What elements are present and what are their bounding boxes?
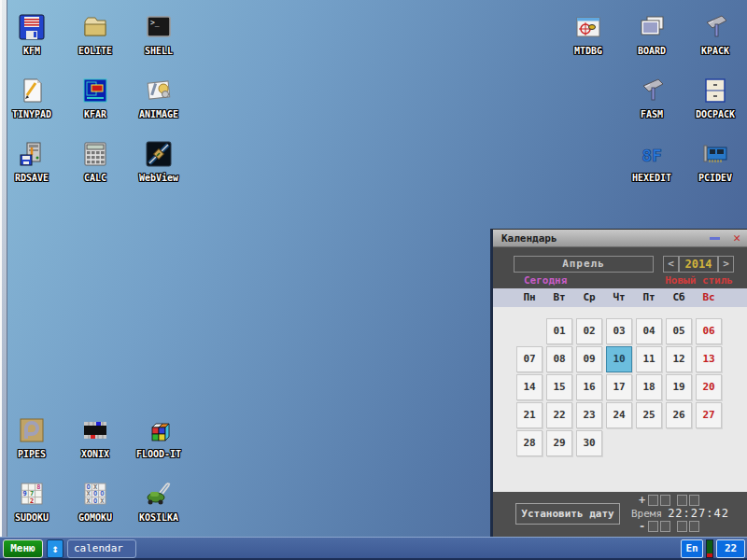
hour-down-button[interactable] (648, 521, 658, 532)
day-19[interactable]: 19 (666, 374, 692, 400)
day-20[interactable]: 20 (696, 374, 722, 400)
day-11[interactable]: 11 (636, 346, 662, 372)
menu-button[interactable]: Меню (3, 539, 43, 558)
notepad-pencil-icon (18, 77, 46, 105)
desktop-icon-calc[interactable]: CALC (63, 133, 127, 194)
day-24[interactable]: 24 (606, 402, 632, 428)
pci-card-icon (701, 140, 729, 168)
day-12[interactable]: 12 (666, 346, 692, 372)
day-22[interactable]: 22 (546, 402, 572, 428)
weekday-7: Вс (696, 291, 722, 303)
time-increment-row: + (631, 494, 747, 507)
file-manager-icon (81, 77, 109, 105)
day-30[interactable]: 30 (576, 430, 602, 456)
weekday-header: ПнВтСрЧтПтСбВс (493, 288, 747, 307)
day-18[interactable]: 18 (636, 374, 662, 400)
desktop-icon-kfar[interactable]: KFAR (63, 69, 127, 131)
desktop-icon-label: KFM (0, 46, 63, 56)
keyboard-layout-button[interactable]: En (681, 539, 703, 558)
hour-up-button[interactable] (648, 495, 658, 506)
day-14[interactable]: 14 (516, 374, 543, 400)
taskbar-task-calendar[interactable]: calendar (67, 539, 136, 558)
set-date-button[interactable]: Установить дату (515, 503, 620, 525)
desktop-icon-shell[interactable]: >_SHELL (127, 6, 190, 67)
year-next-button[interactable]: > (718, 256, 734, 273)
desktop-icon-docpack[interactable]: DOCPACK (684, 69, 747, 131)
day-29[interactable]: 29 (546, 430, 572, 456)
minimize-icon[interactable] (710, 237, 720, 240)
day-04[interactable]: 04 (636, 318, 662, 344)
desktop-icon-animage[interactable]: ANIMAGE (127, 69, 190, 131)
time-value: 22:27:42 (668, 507, 729, 520)
weekday-6: Сб (666, 291, 692, 303)
day-27[interactable]: 27 (696, 402, 722, 428)
desktop-icon-eolite[interactable]: EOLITE (63, 6, 127, 67)
paint-icon (145, 77, 173, 105)
desktop-icon-label: BOARD (620, 46, 684, 56)
cpu-usage-indicator[interactable] (706, 539, 713, 558)
minute-up-button[interactable] (677, 495, 687, 506)
calendar-titlebar[interactable]: Календарь ✕ (493, 230, 747, 247)
minute-down-spinners (677, 521, 701, 532)
hour-up-button-2[interactable] (660, 495, 670, 506)
desktop-icon-label: MTDBG (557, 46, 620, 56)
weekday-5: Пт (636, 291, 662, 303)
desktop-icon-kosilka[interactable]: KOSILKA (127, 472, 190, 534)
day-06[interactable]: 06 (696, 318, 722, 344)
desktop-icon-hexedit[interactable]: 8FHEXEDIT (620, 133, 684, 194)
today-link[interactable]: Сегодня (524, 274, 567, 287)
windows-icon (638, 13, 666, 41)
time-cluster: + Время 22:27:42 - (631, 494, 747, 533)
window-title: Календарь (501, 232, 557, 245)
desktop-icon-rdsave[interactable]: RDSAVE (0, 133, 63, 194)
day-08[interactable]: 08 (546, 346, 572, 372)
day-26[interactable]: 26 (666, 402, 692, 428)
desktop-icon-xonix[interactable]: XONIX (63, 409, 127, 470)
minimize-all-icon[interactable]: ↕ (47, 539, 63, 558)
day-07[interactable]: 07 (516, 346, 543, 372)
day-21[interactable]: 21 (516, 402, 543, 428)
desktop-icon-pipes[interactable]: PIPES (0, 409, 63, 470)
day-16[interactable]: 16 (576, 374, 602, 400)
desktop-icon-tinypad[interactable]: TINYPAD (0, 69, 63, 131)
day-15[interactable]: 15 (546, 374, 572, 400)
desktop-icon-pcidev[interactable]: PCIDEV (684, 133, 747, 194)
desktop-icon-sudoku[interactable]: 8972SUDOKU (0, 472, 63, 534)
year-prev-button[interactable]: < (663, 256, 679, 273)
day-05[interactable]: 05 (666, 318, 692, 344)
day-01[interactable]: 01 (546, 318, 572, 344)
desktop-icon-gomoku[interactable]: OXXOOXOXGOMOKU (63, 472, 127, 534)
desktop-icon-label: RDSAVE (0, 173, 63, 183)
taskbar-clock[interactable]: 22 27 (716, 539, 745, 558)
day-13[interactable]: 13 (696, 346, 722, 372)
folder-icon (81, 13, 109, 41)
day-23[interactable]: 23 (576, 402, 602, 428)
day-03[interactable]: 03 (606, 318, 632, 344)
minute-down-button-2[interactable] (689, 521, 699, 532)
hour-down-spinners (648, 521, 672, 532)
hour-down-button-2[interactable] (660, 521, 670, 532)
hammer-icon (701, 13, 729, 41)
debugger-icon (574, 13, 602, 41)
desktop-icon-label: SHELL (127, 46, 190, 56)
day-02[interactable]: 02 (576, 318, 602, 344)
desktop: KFMEOLITE>_SHELLTINYPADKFARANIMAGERDSAVE… (0, 0, 747, 560)
desktop-icon-mtdbg[interactable]: MTDBG (557, 6, 620, 67)
month-selector-button[interactable]: Апрель (514, 256, 654, 273)
close-icon[interactable]: ✕ (733, 231, 740, 245)
desktop-icon-webview[interactable]: WebView (127, 133, 190, 194)
desktop-icon-label: SUDOKU (0, 512, 63, 523)
day-10-selected[interactable]: 10 (606, 346, 632, 372)
day-28[interactable]: 28 (516, 430, 543, 456)
minute-down-button[interactable] (677, 521, 687, 532)
desktop-icon-flood-it[interactable]: FLOOD-IT (127, 409, 190, 470)
desktop-icon-fasm[interactable]: FASM (620, 69, 684, 131)
minute-up-button-2[interactable] (689, 495, 699, 506)
day-17[interactable]: 17 (606, 374, 632, 400)
day-25[interactable]: 25 (636, 402, 662, 428)
new-style-link[interactable]: Новый стиль (665, 274, 733, 287)
desktop-icon-kpack[interactable]: KPACK (684, 6, 747, 67)
desktop-icon-kfm[interactable]: KFM (0, 6, 63, 67)
day-09[interactable]: 09 (576, 346, 602, 372)
desktop-icon-board[interactable]: BOARD (620, 6, 684, 67)
